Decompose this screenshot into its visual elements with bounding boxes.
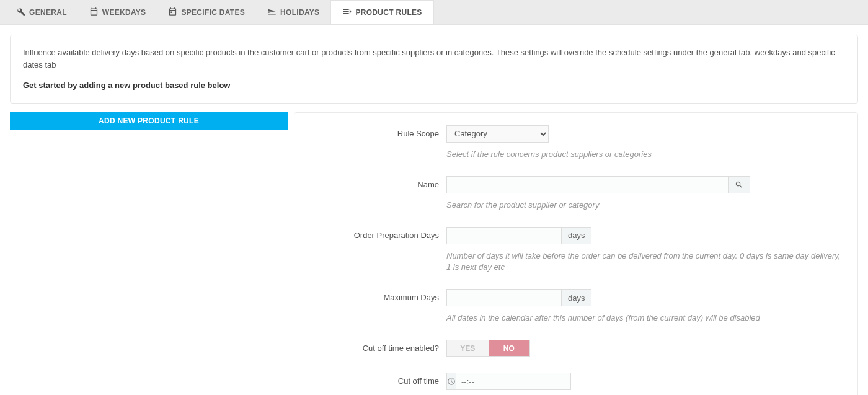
prep-days-input[interactable] (446, 227, 561, 244)
rules-icon (342, 7, 352, 18)
name-help: Search for the product supplier or categ… (446, 200, 845, 211)
toggle-yes[interactable]: YES (447, 340, 489, 356)
tab-weekdays[interactable]: WEEKDAYS (78, 0, 157, 24)
tab-label: SPECIFIC DATES (181, 8, 245, 17)
tab-label: WEEKDAYS (102, 8, 146, 17)
search-icon-button[interactable] (728, 176, 750, 193)
clock-icon (446, 373, 456, 390)
max-days-addon: days (561, 289, 591, 306)
tab-product-rules[interactable]: PRODUCT RULES (330, 0, 433, 24)
max-days-label: Maximum Days (307, 289, 446, 302)
calendar-day-icon (168, 7, 177, 18)
tab-content: Influence available delivery days based … (0, 25, 868, 395)
rule-scope-select[interactable]: Category (446, 125, 549, 143)
product-rule-form: Rule Scope Category Select if the rule c… (294, 112, 858, 396)
cutoff-enabled-label: Cut off time enabled? (307, 340, 446, 353)
cutoff-time-input[interactable] (456, 373, 571, 390)
tab-bar: GENERAL WEEKDAYS SPECIFIC DATES HOLIDAYS… (0, 0, 868, 25)
info-box: Influence available delivery days based … (10, 35, 858, 104)
tab-specific-dates[interactable]: SPECIFIC DATES (157, 0, 256, 24)
max-days-help: All dates in the calendar after this num… (446, 313, 845, 324)
prep-days-addon: days (561, 227, 591, 244)
rule-scope-label: Rule Scope (307, 125, 446, 138)
name-input[interactable] (446, 176, 728, 193)
rule-scope-help: Select if the rule concerns product supp… (446, 149, 845, 160)
cutoff-time-label: Cut off time (307, 373, 446, 386)
max-days-input[interactable] (446, 289, 561, 306)
sidebar: ADD NEW PRODUCT RULE (10, 112, 288, 130)
info-cta: Get started by adding a new product base… (23, 79, 845, 92)
add-new-product-rule-button[interactable]: ADD NEW PRODUCT RULE (10, 112, 288, 130)
plane-icon (267, 7, 277, 18)
tab-holidays[interactable]: HOLIDAYS (256, 0, 330, 24)
info-description: Influence available delivery days based … (23, 47, 845, 71)
tab-label: GENERAL (29, 8, 67, 17)
tab-label: PRODUCT RULES (355, 8, 422, 17)
wrench-icon (16, 7, 25, 18)
prep-days-help: Number of days it will take before the o… (446, 251, 845, 273)
tab-general[interactable]: GENERAL (5, 0, 78, 24)
prep-days-label: Order Preparation Days (307, 227, 446, 240)
cutoff-enabled-toggle[interactable]: YES NO (446, 340, 530, 357)
calendar-icon (89, 7, 99, 18)
toggle-no[interactable]: NO (489, 340, 530, 356)
name-label: Name (307, 176, 446, 189)
tab-label: HOLIDAYS (280, 8, 319, 17)
